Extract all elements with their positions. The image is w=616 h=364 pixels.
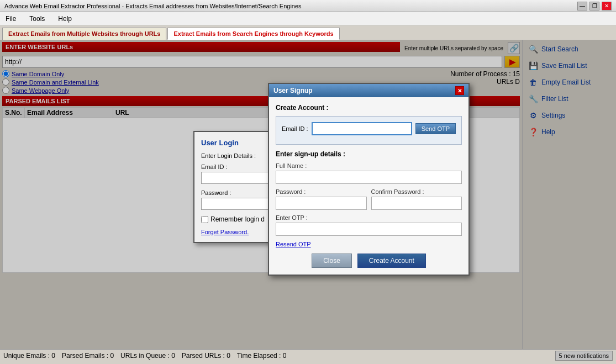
password-col: Password : [276, 188, 367, 210]
tab-search-engines[interactable]: Extract Emails from Search Engines throu… [167, 28, 339, 40]
menu-help[interactable]: Help [55, 14, 75, 24]
urls-in-queue: URLs in Queue : 0 [120, 352, 175, 360]
unique-emails: Unique Emails : 0 [3, 352, 55, 360]
menu-tools[interactable]: Tools [26, 14, 48, 24]
restore-button[interactable]: ❐ [589, 2, 599, 10]
password-row: Password : Confirm Password : [276, 188, 462, 210]
tab-websites[interactable]: Extract Emails from Multiple Websites th… [2, 28, 166, 40]
password-input[interactable] [276, 197, 367, 210]
menubar: File Tools Help [0, 12, 616, 25]
titlebar-controls: — ❐ ✕ [577, 2, 612, 10]
close-button[interactable]: ✕ [602, 2, 612, 10]
create-account-button[interactable]: Create Account [357, 254, 426, 268]
signup-body: Create Account : Email ID : Send OTP Ent… [269, 97, 468, 275]
send-otp-button[interactable]: Send OTP [415, 123, 456, 134]
otp-label: Enter OTP : [276, 214, 462, 221]
confirm-password-label: Confirm Password : [371, 188, 462, 195]
statusbar: Unique Emails : 0 Parsed Emails : 0 URLs… [0, 349, 616, 361]
titlebar: Advance Web Email Extractor Professional… [0, 0, 616, 12]
resend-otp-row: Resend OTP [276, 240, 462, 248]
remember-label: Remember login d [210, 215, 265, 223]
signup-titlebar: User Signup ✕ [269, 84, 468, 97]
signup-close-button[interactable]: Close [312, 254, 352, 268]
signup-email-input[interactable] [312, 122, 412, 135]
full-name-section: Full Name : [276, 162, 462, 184]
titlebar-title: Advance Web Email Extractor Professional… [4, 3, 302, 9]
tabs: Extract Emails from Multiple Websites th… [0, 25, 616, 40]
signup-close-x-button[interactable]: ✕ [455, 86, 464, 95]
password-label: Password : [276, 188, 367, 195]
otp-section: Enter OTP : [276, 214, 462, 236]
create-account-title: Create Account : [276, 104, 462, 112]
confirm-password-col: Confirm Password : [371, 188, 462, 210]
resend-otp-link[interactable]: Resend OTP [276, 241, 311, 247]
full-name-input[interactable] [276, 171, 462, 184]
email-otp-section: Email ID : Send OTP [276, 116, 462, 145]
remember-checkbox[interactable] [201, 216, 208, 223]
confirm-password-input[interactable] [371, 197, 462, 210]
menu-file[interactable]: File [2, 14, 19, 24]
main-area: ENTER WEBSITE URLs Enter multiple URLs s… [0, 40, 616, 349]
signup-dialog: User Signup ✕ Create Account : Email ID … [268, 83, 470, 276]
signup-email-label: Email ID : [282, 125, 308, 132]
email-id-row: Email ID : Send OTP [282, 122, 456, 135]
otp-input[interactable] [276, 223, 462, 236]
time-elapsed: Time Elapsed : 0 [237, 352, 287, 360]
full-name-label: Full Name : [276, 162, 462, 169]
parsed-urls: Parsed URLs : 0 [182, 352, 230, 360]
notifications-badge: 5 new notifications [555, 351, 613, 361]
signup-dialog-title: User Signup [273, 87, 313, 94]
enter-signup-title: Enter sign-up details : [276, 150, 462, 158]
minimize-button[interactable]: — [577, 2, 587, 10]
signup-buttons: Close Create Account [276, 254, 462, 268]
parsed-emails: Parsed Emails : 0 [62, 352, 114, 360]
status-info: Unique Emails : 0 Parsed Emails : 0 URLs… [3, 352, 286, 360]
